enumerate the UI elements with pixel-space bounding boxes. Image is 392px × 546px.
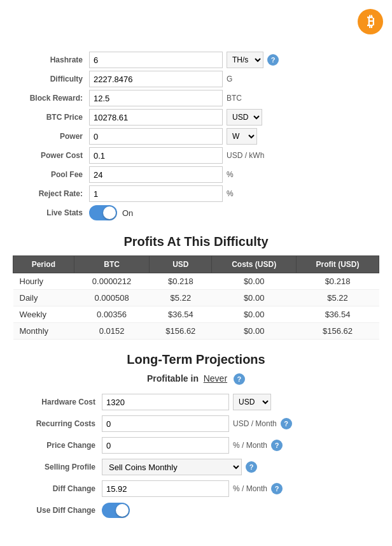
hardware-cost-label: Hardware Cost [13, 398, 102, 406]
cell-costs: $0.00 [212, 306, 297, 323]
pool-fee-unit: % [227, 170, 234, 179]
difficulty-unit: G [227, 75, 232, 83]
reject-rate-label: Reject Rate: [13, 189, 89, 198]
longterm-form: Hardware Cost USD EUR Recurring Costs US… [13, 392, 379, 520]
cell-usd: $36.54 [150, 306, 212, 323]
recurring-costs-help-icon[interactable]: ? [281, 418, 292, 429]
hardware-cost-unit-select[interactable]: USD EUR [233, 394, 271, 410]
power-unit-select[interactable]: W kW [227, 128, 257, 145]
recurring-costs-input[interactable] [102, 415, 229, 432]
hardware-cost-input[interactable] [102, 394, 229, 410]
block-reward-row: Block Reward: BTC [13, 89, 379, 107]
cell-btc: 0.000508 [74, 290, 150, 306]
profits-section: Profits At This Difficulty Period BTC US… [13, 234, 379, 340]
pool-fee-row: Pool Fee % [13, 166, 379, 183]
difficulty-row: Difficulty G [13, 70, 379, 88]
hashrate-help-icon[interactable]: ? [267, 54, 279, 66]
table-row: Hourly 0.0000212 $0.218 $0.00 $0.218 [13, 273, 379, 290]
profitable-line: Profitable in Never ? [13, 373, 379, 385]
use-diff-change-label: Use Diff Change [13, 506, 102, 515]
difficulty-input[interactable] [89, 71, 223, 87]
diff-change-input[interactable] [102, 480, 229, 497]
cell-period: Monthly [13, 323, 74, 340]
cell-costs: $0.00 [212, 323, 297, 340]
power-cost-unit: USD / kWh [227, 151, 264, 160]
price-change-input[interactable] [102, 437, 229, 454]
pool-fee-label: Pool Fee [13, 170, 89, 179]
price-change-help-icon[interactable]: ? [271, 440, 283, 451]
block-reward-label: Block Reward: [13, 94, 89, 103]
col-period: Period [13, 256, 74, 273]
diff-change-row: Diff Change % / Month ? [13, 479, 379, 498]
toggle-thumb [103, 206, 116, 219]
btc-price-label: BTC Price [13, 113, 89, 122]
power-cost-input[interactable] [89, 147, 223, 164]
bitcoin-icon: ₿ [358, 9, 383, 34]
diff-change-unit: % / Month [233, 484, 267, 493]
cell-usd: $0.218 [150, 273, 212, 290]
hardware-cost-row: Hardware Cost USD EUR [13, 392, 379, 412]
longterm-title: Long-Term Projections [13, 352, 379, 367]
longterm-section: Long-Term Projections Profitable in Neve… [13, 352, 379, 520]
cell-btc: 0.0152 [74, 323, 150, 340]
profitable-label: Profitable in [147, 373, 199, 384]
power-cost-row: Power Cost USD / kWh [13, 147, 379, 164]
calculator-form: Hashrate TH/s GH/s MH/s ? Difficulty G B… [13, 51, 379, 222]
selling-profile-help-icon[interactable]: ? [246, 461, 257, 473]
recurring-costs-unit: USD / Month [233, 419, 277, 428]
live-stats-row: Live Stats On [13, 204, 379, 222]
cell-profit: $5.22 [297, 290, 379, 306]
reject-rate-input[interactable] [89, 185, 223, 202]
selling-profile-row: Selling Profile Sell Coins Monthly Hold … [13, 457, 379, 477]
recurring-costs-row: Recurring Costs USD / Month ? [13, 414, 379, 433]
cell-profit: $156.62 [297, 323, 379, 340]
profits-table: Period BTC USD Costs (USD) Profit (USD) … [13, 255, 379, 340]
table-row: Monthly 0.0152 $156.62 $0.00 $156.62 [13, 323, 379, 340]
cell-usd: $5.22 [150, 290, 212, 306]
diff-change-label: Diff Change [13, 484, 102, 493]
col-usd: USD [150, 256, 212, 273]
btc-price-row: BTC Price USD EUR GBP [13, 108, 379, 126]
live-stats-toggle-wrap: On [89, 205, 133, 220]
cell-costs: $0.00 [212, 273, 297, 290]
price-change-unit: % / Month [233, 441, 267, 450]
price-change-label: Price Change [13, 441, 102, 450]
selling-profile-label: Selling Profile [13, 463, 102, 471]
hashrate-input[interactable] [89, 52, 223, 68]
profits-title: Profits At This Difficulty [13, 234, 379, 249]
power-label: Power [13, 132, 89, 141]
cell-profit: $0.218 [297, 273, 379, 290]
price-change-row: Price Change % / Month ? [13, 436, 379, 455]
reject-rate-row: Reject Rate: % [13, 185, 379, 203]
live-stats-toggle[interactable] [89, 205, 117, 220]
hashrate-row: Hashrate TH/s GH/s MH/s ? [13, 51, 379, 69]
cell-period: Weekly [13, 306, 74, 323]
power-input[interactable] [89, 128, 223, 145]
table-row: Weekly 0.00356 $36.54 $0.00 $36.54 [13, 306, 379, 323]
live-stats-label: Live Stats [13, 208, 89, 217]
cell-costs: $0.00 [212, 290, 297, 306]
recurring-costs-label: Recurring Costs [13, 419, 102, 428]
use-diff-change-row: Use Diff Change [13, 501, 379, 520]
cell-btc: 0.0000212 [74, 273, 150, 290]
block-reward-unit: BTC [227, 94, 242, 103]
btc-price-unit-select[interactable]: USD EUR GBP [227, 109, 262, 126]
difficulty-label: Difficulty [13, 75, 89, 83]
power-row: Power W kW [13, 127, 379, 145]
diff-change-help-icon[interactable]: ? [271, 483, 283, 494]
block-reward-input[interactable] [89, 90, 223, 106]
hashrate-unit-select[interactable]: TH/s GH/s MH/s [227, 52, 263, 68]
hashrate-label: Hashrate [13, 55, 89, 64]
btc-price-input[interactable] [89, 109, 223, 126]
cell-period: Hourly [13, 273, 74, 290]
profitable-help-icon[interactable]: ? [234, 373, 245, 385]
cell-usd: $156.62 [150, 323, 212, 340]
selling-profile-select[interactable]: Sell Coins Monthly Hold Coins Sell Coins… [102, 459, 242, 475]
col-profit: Profit (USD) [297, 256, 379, 273]
pool-fee-input[interactable] [89, 166, 223, 183]
power-cost-label: Power Cost [13, 151, 89, 160]
use-diff-change-toggle[interactable] [102, 503, 130, 518]
col-btc: BTC [74, 256, 150, 273]
cell-period: Daily [13, 290, 74, 306]
live-stats-on-label: On [122, 208, 133, 218]
